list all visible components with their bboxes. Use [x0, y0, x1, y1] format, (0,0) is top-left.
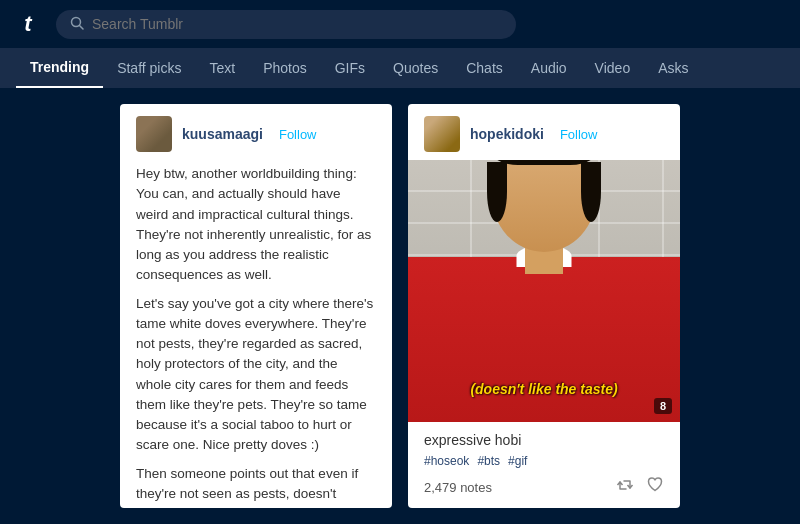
post-footer: expressive hobi #hoseok #bts #gif 2,479 …: [408, 422, 680, 508]
post-image-container: (doesn't like the taste) 8: [408, 160, 680, 422]
reblog-button[interactable]: [616, 476, 634, 498]
nav-item-quotes[interactable]: Quotes: [379, 48, 452, 88]
search-input[interactable]: [92, 16, 502, 32]
tag-bts[interactable]: #bts: [477, 454, 500, 468]
nav-item-chats[interactable]: Chats: [452, 48, 517, 88]
nav-item-video[interactable]: Video: [581, 48, 645, 88]
follow-button-kuusamaagi[interactable]: Follow: [279, 127, 317, 142]
svg-line-1: [80, 25, 84, 29]
top-bar: t: [0, 0, 800, 48]
avatar-hopekidoki[interactable]: [424, 116, 460, 152]
action-buttons: [616, 476, 664, 498]
tag-hoseok[interactable]: #hoseok: [424, 454, 469, 468]
post-tags: #hoseok #bts #gif: [424, 454, 664, 468]
post-card-hopekidoki: hopekidoki Follow: [408, 104, 680, 508]
nav-item-audio[interactable]: Audio: [517, 48, 581, 88]
search-icon: [70, 16, 84, 33]
notes-count: 2,479 notes: [424, 480, 492, 495]
content-area: kuusamaagi Follow Hey btw, another world…: [0, 88, 800, 524]
gif-caption: (doesn't like the taste): [460, 376, 627, 402]
avatar-kuusamaagi[interactable]: [136, 116, 172, 152]
like-button[interactable]: [646, 476, 664, 498]
post-header: kuusamaagi Follow: [120, 104, 392, 160]
nav-item-asks[interactable]: Asks: [644, 48, 702, 88]
gif-badge: 8: [654, 398, 672, 414]
post-paragraph-1: Hey btw, another worldbuilding thing: Yo…: [136, 164, 376, 286]
tag-gif[interactable]: #gif: [508, 454, 527, 468]
tumblr-logo[interactable]: t: [12, 11, 44, 37]
nav-item-gifs[interactable]: GIFs: [321, 48, 379, 88]
nav-item-photos[interactable]: Photos: [249, 48, 321, 88]
nav-item-staff-picks[interactable]: Staff picks: [103, 48, 195, 88]
post-actions: 2,479 notes: [424, 476, 664, 498]
post-paragraph-3: Then someone points out that even if the…: [136, 464, 376, 509]
post-title: expressive hobi: [424, 432, 664, 448]
username-kuusamaagi[interactable]: kuusamaagi: [182, 126, 263, 142]
caption-text: (doesn't like the taste): [470, 381, 617, 397]
post-header-hope: hopekidoki Follow: [408, 104, 680, 160]
post-text-content: Hey btw, another worldbuilding thing: Yo…: [120, 160, 392, 508]
nav-item-text[interactable]: Text: [195, 48, 249, 88]
post-paragraph-2: Let's say you've got a city where there'…: [136, 294, 376, 456]
follow-button-hopekidoki[interactable]: Follow: [560, 127, 598, 142]
post-card-kuusamaagi: kuusamaagi Follow Hey btw, another world…: [120, 104, 392, 508]
search-bar[interactable]: [56, 10, 516, 39]
category-nav: Trending Staff picks Text Photos GIFs Qu…: [0, 48, 800, 88]
username-hopekidoki[interactable]: hopekidoki: [470, 126, 544, 142]
nav-item-trending[interactable]: Trending: [16, 48, 103, 88]
